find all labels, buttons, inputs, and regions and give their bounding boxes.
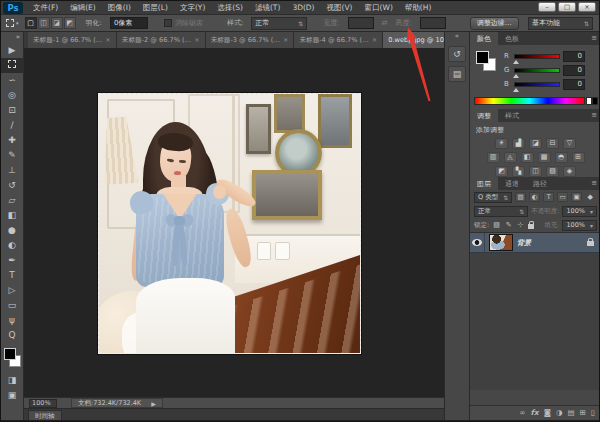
posterize-icon[interactable]: ▚ [512, 166, 525, 177]
menu-type[interactable]: 文字(Y) [174, 1, 211, 15]
exposure-icon[interactable]: ⊟ [546, 138, 559, 149]
curves-icon[interactable]: ◪ [529, 138, 542, 149]
gradient-map-icon[interactable]: ▨ [546, 166, 559, 177]
tab-close-icon[interactable]: × [283, 36, 288, 44]
color-balance-icon[interactable]: ◬ [504, 152, 517, 163]
brightness-contrast-icon[interactable]: ☀ [495, 138, 508, 149]
levels-icon[interactable]: ▟ [512, 138, 525, 149]
threshold-icon[interactable]: ◫ [529, 166, 542, 177]
menu-edit[interactable]: 编辑(E) [64, 1, 102, 15]
green-value-field[interactable]: 0 [563, 65, 585, 76]
tab-color[interactable]: 颜色 [470, 32, 498, 45]
menu-window[interactable]: 窗口(W) [359, 1, 399, 15]
eyedropper-tool[interactable]: ∕ [1, 118, 24, 133]
menu-select[interactable]: 选择(S) [211, 1, 249, 15]
maximize-button[interactable]: □ [558, 2, 576, 12]
type-tool[interactable]: T [1, 268, 24, 283]
filter-kind-dropdown[interactable]: Q 类型 ⇅ [474, 192, 512, 203]
panel-menu-icon[interactable]: ≡ [591, 111, 597, 119]
green-slider[interactable] [514, 68, 560, 73]
tab-paths[interactable]: 路径 [526, 177, 554, 190]
tab-channels[interactable]: 通道 [498, 177, 526, 190]
toolbar-collapse-icon[interactable]: » [1, 32, 23, 43]
properties-panel-icon[interactable]: ▤ [448, 66, 466, 82]
rect-marquee-tool[interactable] [1, 58, 24, 73]
dodge-tool[interactable]: ◐ [1, 238, 24, 253]
lock-pixels-icon[interactable]: ✎ [504, 220, 513, 230]
slider-thumb[interactable] [513, 74, 519, 78]
menu-help[interactable]: 帮助(H) [399, 1, 438, 15]
color-spectrum-ramp[interactable] [474, 97, 585, 105]
brush-tool[interactable]: ✎ [1, 148, 24, 163]
red-value-field[interactable]: 0 [563, 51, 585, 62]
background-layer-row[interactable]: 背景 [470, 233, 600, 253]
eraser-tool[interactable]: ▱ [1, 193, 24, 208]
history-brush-tool[interactable]: ↺ [1, 178, 24, 193]
new-layer-icon[interactable]: ⊞ [580, 408, 586, 417]
selective-color-icon[interactable]: ◈ [563, 166, 576, 177]
zoom-tool[interactable]: Q [1, 328, 24, 343]
link-layers-icon[interactable]: ∞ [519, 408, 525, 417]
feather-input[interactable]: 0像素 [110, 17, 148, 29]
hue-saturation-icon[interactable]: ▥ [487, 152, 500, 163]
fill-dropdown[interactable]: 100% ▾ [562, 220, 597, 231]
filter-pixel-layers-icon[interactable]: ▨ [515, 192, 526, 202]
height-input[interactable] [420, 17, 446, 29]
layer-effects-icon[interactable]: fx [531, 408, 539, 417]
shape-tool[interactable]: ▭ [1, 298, 24, 313]
swap-dimensions-icon[interactable]: ⇄ [382, 19, 388, 27]
opacity-dropdown[interactable]: 100% ▾ [562, 206, 597, 217]
layer-thumbnail[interactable] [489, 234, 513, 251]
tab-untitled-2[interactable]: 未标题-2 @ 66.7% (… × [117, 32, 206, 48]
menu-3d[interactable]: 3D(D) [286, 1, 320, 15]
status-expand-icon[interactable]: ▶ [151, 400, 156, 407]
canvas-image[interactable] [98, 93, 361, 354]
slider-thumb[interactable] [513, 60, 519, 64]
foreground-color-swatch[interactable] [4, 348, 16, 360]
filter-adjustment-layers-icon[interactable]: ◐ [529, 192, 540, 202]
menu-filter[interactable]: 滤镜(T) [249, 1, 286, 15]
foreground-color-swatch[interactable] [476, 51, 489, 64]
slider-thumb[interactable] [513, 88, 519, 92]
hand-tool[interactable]: ψ [1, 313, 24, 328]
refine-edge-button[interactable]: 调整边缘… [470, 17, 519, 30]
filter-smart-objects-icon[interactable]: ▣ [571, 192, 582, 202]
color-lookup-icon[interactable]: ⊞ [572, 152, 585, 163]
menu-file[interactable]: 文件(F) [27, 1, 64, 15]
style-dropdown[interactable]: 正常 ⇅ [251, 17, 307, 30]
tab-close-icon[interactable]: × [105, 36, 110, 44]
tool-preset-picker[interactable]: ▾ [6, 19, 19, 27]
dock-collapse-icon[interactable]: « [445, 32, 469, 42]
tab-close-icon[interactable]: × [194, 36, 199, 44]
zoom-level-field[interactable]: 100% [29, 399, 57, 408]
pen-tool[interactable]: ✒ [1, 253, 24, 268]
antialias-checkbox[interactable] [164, 19, 172, 27]
tab-untitled-3[interactable]: 未标题-3 @ 66.7% (… × [206, 32, 295, 48]
width-input[interactable] [348, 17, 374, 29]
filter-type-layers-icon[interactable]: T [543, 192, 554, 202]
delete-layer-icon[interactable]: ▯ [591, 408, 595, 417]
layer-mask-icon[interactable]: ◙ [544, 408, 551, 417]
tab-untitled-4[interactable]: 未标题-4 @ 66.7% (… × [294, 32, 383, 48]
menu-view[interactable]: 视图(V) [321, 1, 359, 15]
red-slider[interactable] [514, 54, 560, 59]
filter-pin-icon[interactable]: ◆ [585, 192, 595, 202]
tab-close-icon[interactable]: × [372, 36, 377, 44]
history-panel-icon[interactable]: ↺ [448, 46, 466, 62]
close-button[interactable]: × [578, 2, 596, 12]
gradient-tool[interactable]: ◧ [1, 208, 24, 223]
crop-tool[interactable]: ⊡ [1, 103, 24, 118]
clone-stamp-tool[interactable]: ⊥ [1, 163, 24, 178]
channel-mixer-icon[interactable]: ◓ [555, 152, 568, 163]
invert-icon[interactable]: ◩ [495, 166, 508, 177]
quick-select-tool[interactable]: ◎ [1, 88, 24, 103]
blur-tool[interactable]: ● [1, 223, 24, 238]
tab-swatches[interactable]: 色板 [498, 32, 526, 45]
menu-image[interactable]: 图像(I) [102, 1, 137, 15]
lock-position-icon[interactable]: ⊹ [516, 220, 525, 230]
vibrance-icon[interactable]: ▽ [563, 138, 576, 149]
panel-menu-icon[interactable]: ≡ [591, 179, 597, 187]
screen-mode-button[interactable]: ▣ [1, 388, 24, 403]
intersect-selection-button[interactable]: ◩ [64, 17, 76, 29]
menu-layer[interactable]: 图层(L) [137, 1, 174, 15]
